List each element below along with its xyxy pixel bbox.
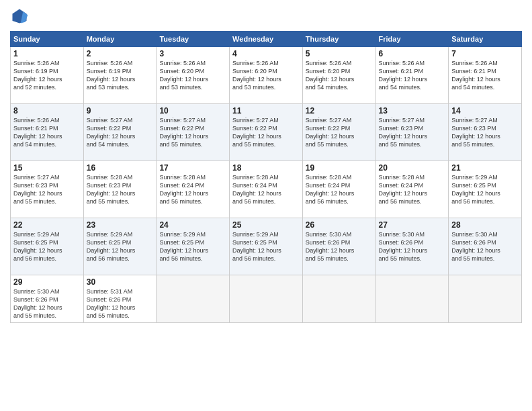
calendar-cell [375,275,449,323]
day-info: Sunrise: 5:26 AM Sunset: 6:20 PM Dayligh… [306,59,373,92]
day-number: 13 [379,106,446,116]
day-number: 29 [13,277,81,287]
day-number: 22 [13,220,81,230]
day-info: Sunrise: 5:28 AM Sunset: 6:24 PM Dayligh… [232,173,300,206]
day-number: 16 [87,163,154,173]
day-info: Sunrise: 5:27 AM Sunset: 6:23 PM Dayligh… [379,116,446,149]
calendar-cell: 26Sunrise: 5:30 AM Sunset: 6:26 PM Dayli… [302,218,375,275]
day-number: 12 [306,106,373,116]
day-number: 27 [379,220,446,230]
calendar-cell [230,275,303,323]
calendar-cell: 13Sunrise: 5:27 AM Sunset: 6:23 PM Dayli… [375,104,449,161]
calendar-cell: 3Sunrise: 5:26 AM Sunset: 6:20 PM Daylig… [157,47,230,104]
calendar-cell: 28Sunrise: 5:30 AM Sunset: 6:26 PM Dayli… [449,218,522,275]
day-info: Sunrise: 5:26 AM Sunset: 6:19 PM Dayligh… [13,59,81,92]
calendar-cell: 18Sunrise: 5:28 AM Sunset: 6:24 PM Dayli… [230,161,303,218]
day-number: 25 [232,220,300,230]
day-number: 3 [159,49,226,58]
weekday-header-tuesday: Tuesday [157,32,230,47]
header [10,7,522,26]
day-info: Sunrise: 5:26 AM Sunset: 6:19 PM Dayligh… [87,59,154,92]
day-number: 10 [159,106,226,116]
day-info: Sunrise: 5:29 AM Sunset: 6:25 PM Dayligh… [232,230,300,263]
weekday-header-thursday: Thursday [302,32,375,47]
calendar-cell: 29Sunrise: 5:30 AM Sunset: 6:26 PM Dayli… [11,275,84,323]
day-info: Sunrise: 5:29 AM Sunset: 6:25 PM Dayligh… [13,230,81,263]
day-info: Sunrise: 5:29 AM Sunset: 6:25 PM Dayligh… [87,230,154,263]
calendar-cell [157,275,230,323]
weekday-header-row: SundayMondayTuesdayWednesdayThursdayFrid… [11,32,522,47]
calendar-cell: 30Sunrise: 5:31 AM Sunset: 6:26 PM Dayli… [83,275,157,323]
week-row-4: 22Sunrise: 5:29 AM Sunset: 6:25 PM Dayli… [11,218,522,275]
calendar-cell: 9Sunrise: 5:27 AM Sunset: 6:22 PM Daylig… [83,104,157,161]
week-row-1: 1Sunrise: 5:26 AM Sunset: 6:19 PM Daylig… [11,47,522,104]
calendar-cell: 5Sunrise: 5:26 AM Sunset: 6:20 PM Daylig… [302,47,375,104]
day-number: 15 [13,163,81,173]
day-info: Sunrise: 5:27 AM Sunset: 6:23 PM Dayligh… [13,173,81,206]
calendar-cell: 1Sunrise: 5:26 AM Sunset: 6:19 PM Daylig… [11,47,84,104]
day-number: 5 [306,49,373,58]
day-info: Sunrise: 5:26 AM Sunset: 6:20 PM Dayligh… [159,59,226,92]
day-info: Sunrise: 5:31 AM Sunset: 6:26 PM Dayligh… [87,287,154,320]
day-info: Sunrise: 5:28 AM Sunset: 6:24 PM Dayligh… [159,173,226,206]
day-number: 9 [87,106,154,116]
day-info: Sunrise: 5:26 AM Sunset: 6:21 PM Dayligh… [379,59,446,92]
day-info: Sunrise: 5:27 AM Sunset: 6:22 PM Dayligh… [306,116,373,149]
calendar-cell: 4Sunrise: 5:26 AM Sunset: 6:20 PM Daylig… [230,47,303,104]
day-number: 18 [232,163,300,173]
day-info: Sunrise: 5:26 AM Sunset: 6:21 PM Dayligh… [451,59,519,92]
calendar-cell: 2Sunrise: 5:26 AM Sunset: 6:19 PM Daylig… [83,47,157,104]
day-info: Sunrise: 5:28 AM Sunset: 6:23 PM Dayligh… [87,173,154,206]
day-number: 30 [87,277,154,287]
day-info: Sunrise: 5:26 AM Sunset: 6:21 PM Dayligh… [13,116,81,149]
weekday-header-wednesday: Wednesday [230,32,303,47]
calendar-table: SundayMondayTuesdayWednesdayThursdayFrid… [10,31,522,323]
day-info: Sunrise: 5:30 AM Sunset: 6:26 PM Dayligh… [379,230,446,263]
weekday-header-monday: Monday [83,32,157,47]
calendar-cell: 10Sunrise: 5:27 AM Sunset: 6:22 PM Dayli… [157,104,230,161]
page: SundayMondayTuesdayWednesdayThursdayFrid… [0,0,532,411]
calendar-cell: 23Sunrise: 5:29 AM Sunset: 6:25 PM Dayli… [83,218,157,275]
day-number: 21 [451,163,519,173]
day-info: Sunrise: 5:30 AM Sunset: 6:26 PM Dayligh… [13,287,81,320]
day-number: 2 [87,49,154,58]
day-info: Sunrise: 5:27 AM Sunset: 6:22 PM Dayligh… [159,116,226,149]
calendar-cell: 22Sunrise: 5:29 AM Sunset: 6:25 PM Dayli… [11,218,84,275]
day-info: Sunrise: 5:28 AM Sunset: 6:24 PM Dayligh… [379,173,446,206]
calendar-cell: 25Sunrise: 5:29 AM Sunset: 6:25 PM Dayli… [230,218,303,275]
weekday-header-sunday: Sunday [11,32,84,47]
calendar-cell: 14Sunrise: 5:27 AM Sunset: 6:23 PM Dayli… [449,104,522,161]
day-info: Sunrise: 5:30 AM Sunset: 6:26 PM Dayligh… [451,230,519,263]
day-number: 24 [159,220,226,230]
calendar-cell: 8Sunrise: 5:26 AM Sunset: 6:21 PM Daylig… [11,104,84,161]
calendar-cell: 16Sunrise: 5:28 AM Sunset: 6:23 PM Dayli… [83,161,157,218]
calendar-cell: 19Sunrise: 5:28 AM Sunset: 6:24 PM Dayli… [302,161,375,218]
day-number: 23 [87,220,154,230]
calendar-cell: 11Sunrise: 5:27 AM Sunset: 6:22 PM Dayli… [230,104,303,161]
day-info: Sunrise: 5:27 AM Sunset: 6:22 PM Dayligh… [232,116,300,149]
calendar-cell: 12Sunrise: 5:27 AM Sunset: 6:22 PM Dayli… [302,104,375,161]
day-number: 17 [159,163,226,173]
calendar-cell: 27Sunrise: 5:30 AM Sunset: 6:26 PM Dayli… [375,218,449,275]
day-number: 8 [13,106,81,116]
day-info: Sunrise: 5:27 AM Sunset: 6:22 PM Dayligh… [87,116,154,149]
day-info: Sunrise: 5:26 AM Sunset: 6:20 PM Dayligh… [232,59,300,92]
day-number: 26 [306,220,373,230]
day-info: Sunrise: 5:28 AM Sunset: 6:24 PM Dayligh… [306,173,373,206]
calendar-cell: 7Sunrise: 5:26 AM Sunset: 6:21 PM Daylig… [449,47,522,104]
day-info: Sunrise: 5:29 AM Sunset: 6:25 PM Dayligh… [159,230,226,263]
logo-icon [10,7,29,26]
day-number: 1 [13,49,81,58]
week-row-5: 29Sunrise: 5:30 AM Sunset: 6:26 PM Dayli… [11,275,522,323]
weekday-header-saturday: Saturday [449,32,522,47]
calendar-cell: 21Sunrise: 5:29 AM Sunset: 6:25 PM Dayli… [449,161,522,218]
weekday-header-friday: Friday [375,32,449,47]
day-number: 7 [451,49,519,58]
calendar-cell: 24Sunrise: 5:29 AM Sunset: 6:25 PM Dayli… [157,218,230,275]
calendar-cell: 20Sunrise: 5:28 AM Sunset: 6:24 PM Dayli… [375,161,449,218]
calendar-cell: 15Sunrise: 5:27 AM Sunset: 6:23 PM Dayli… [11,161,84,218]
week-row-2: 8Sunrise: 5:26 AM Sunset: 6:21 PM Daylig… [11,104,522,161]
logo [10,7,32,26]
day-number: 19 [306,163,373,173]
calendar-cell [449,275,522,323]
